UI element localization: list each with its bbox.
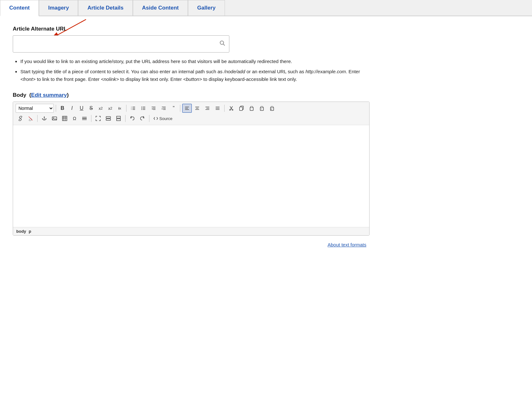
page-break-icon [116, 116, 121, 121]
search-icon [219, 40, 226, 46]
tab-imagery[interactable]: Imagery [39, 0, 78, 16]
about-text-formats-row: About text formats [13, 242, 370, 247]
toolbar-sep-3 [180, 105, 180, 112]
source-icon [154, 116, 158, 121]
align-right-button[interactable] [203, 104, 212, 113]
svg-line-3 [223, 44, 225, 46]
blockquote-button[interactable]: " [169, 104, 178, 113]
bullet-list-icon [141, 106, 146, 111]
align-right-icon [205, 106, 210, 111]
svg-marker-51 [44, 116, 45, 117]
toolbar-row-2: Ω [16, 114, 367, 123]
tab-article-details[interactable]: Article Details [78, 0, 133, 16]
editor-toolbar: Normal Heading 1 Heading 2 Heading 3 Par… [13, 102, 369, 125]
table-icon [62, 116, 67, 121]
underline-button[interactable]: U [77, 104, 86, 113]
svg-rect-66 [106, 119, 111, 120]
align-left-button[interactable] [182, 104, 192, 113]
anchor-icon [42, 116, 47, 121]
strikethrough-button[interactable]: S [87, 104, 96, 113]
outdent-button[interactable] [149, 104, 158, 113]
body-editor-area[interactable] [13, 125, 369, 227]
source-label: Source [159, 116, 172, 121]
table-button[interactable] [60, 114, 69, 123]
redo-button[interactable] [138, 114, 147, 123]
toolbar-sep-8 [149, 115, 149, 122]
paste-icon [249, 106, 254, 111]
svg-text:W: W [271, 109, 272, 110]
indent-button[interactable] [159, 104, 169, 113]
svg-point-13 [141, 107, 142, 107]
anchor-button[interactable] [40, 114, 49, 123]
source-button[interactable]: Source [151, 114, 175, 123]
editor-statusbar: body p [13, 227, 369, 235]
tab-gallery[interactable]: Gallery [188, 0, 225, 16]
horizontal-rule-button[interactable] [80, 114, 89, 123]
toolbar-sep-6 [91, 115, 91, 122]
numbered-list-icon: 1.2.3. [131, 106, 136, 111]
align-center-button[interactable] [192, 104, 202, 113]
align-justify-button[interactable] [213, 104, 222, 113]
fullscreen-button[interactable] [93, 114, 103, 123]
link-icon [18, 116, 23, 121]
paste-word-button[interactable]: W [267, 104, 277, 113]
toolbar-sep-7 [125, 115, 126, 122]
cut-icon [229, 106, 234, 111]
svg-marker-23 [162, 108, 163, 110]
image-icon [52, 116, 57, 121]
tab-bar: Content Imagery Article Details Aside Co… [0, 0, 532, 16]
body-label: Body (Edit summary) [13, 92, 370, 98]
tab-content[interactable]: Content [0, 0, 39, 16]
paste-text-icon: T [259, 106, 264, 111]
align-left-icon [184, 106, 190, 111]
statusbar-tag-body: body [16, 229, 26, 234]
outdent-icon [151, 106, 156, 111]
svg-text:T: T [261, 108, 262, 110]
subscript-button[interactable]: x2 [106, 104, 115, 113]
cut-button[interactable] [226, 104, 236, 113]
format-select[interactable]: Normal Heading 1 Heading 2 Heading 3 Par… [16, 104, 54, 113]
svg-rect-43 [251, 106, 253, 108]
svg-point-14 [141, 108, 142, 109]
paste-word-icon: W [270, 106, 275, 111]
paste-text-button[interactable]: T [257, 104, 267, 113]
italic-button[interactable]: I [68, 104, 76, 113]
link-button[interactable] [16, 114, 25, 123]
page-break-button[interactable] [114, 114, 123, 123]
toolbar-sep-4 [224, 105, 225, 112]
toolbar-sep-2 [126, 105, 126, 112]
align-justify-icon [215, 106, 220, 111]
body-editor: Normal Heading 1 Heading 2 Heading 3 Par… [13, 102, 370, 236]
superscript-button[interactable]: x2 [96, 104, 105, 113]
svg-rect-57 [62, 116, 67, 121]
remove-format-button[interactable]: Ix [115, 104, 124, 113]
show-blocks-button[interactable] [104, 114, 113, 123]
undo-button[interactable] [127, 114, 137, 123]
url-search-button[interactable] [219, 40, 226, 48]
svg-rect-45 [261, 106, 263, 108]
paste-button[interactable] [247, 104, 256, 113]
indent-icon [161, 106, 166, 111]
unlink-button[interactable] [26, 114, 35, 123]
svg-rect-68 [117, 119, 120, 121]
article-alternate-url-input[interactable] [13, 35, 229, 53]
svg-rect-41 [240, 107, 242, 110]
copy-button[interactable] [237, 104, 246, 113]
url-input-container [13, 35, 229, 58]
redo-icon [140, 116, 145, 121]
edit-summary-link[interactable]: Edit summary [31, 92, 67, 98]
toolbar-sep-1 [56, 105, 56, 112]
description-bullet-2: Start typing the title of a piece of con… [20, 68, 370, 83]
tab-aside-content[interactable]: Aside Content [133, 0, 188, 16]
numbered-list-button[interactable]: 1.2.3. [128, 104, 138, 113]
toolbar-sep-5 [37, 115, 38, 122]
horizontal-rule-icon [82, 116, 87, 121]
svg-point-15 [141, 109, 142, 110]
image-button[interactable] [50, 114, 59, 123]
bold-button[interactable]: B [58, 104, 67, 113]
bullet-list-button[interactable] [139, 104, 148, 113]
special-char-button[interactable]: Ω [70, 114, 79, 123]
about-text-formats-link[interactable]: About text formats [327, 242, 366, 247]
svg-rect-65 [106, 117, 111, 118]
url-input-wrapper [13, 35, 229, 53]
